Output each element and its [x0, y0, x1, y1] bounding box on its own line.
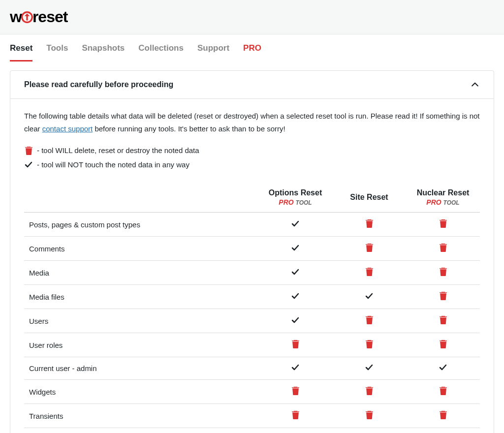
pro-tool-tag: PRO TOOL: [411, 198, 475, 206]
legend: - tool WILL delete, reset or destroy the…: [24, 144, 480, 172]
row-cell: [332, 237, 406, 261]
table-row: Media: [24, 261, 480, 285]
check-icon: [291, 220, 299, 229]
row-cell: [406, 357, 480, 380]
row-label: Comments: [24, 237, 258, 261]
row-cell: [258, 237, 332, 261]
check-icon: [291, 364, 299, 372]
check-icon: [291, 317, 299, 325]
table-row: Comments: [24, 237, 480, 261]
tab-support[interactable]: Support: [197, 43, 229, 62]
row-cell: [406, 261, 480, 285]
row-cell: [406, 428, 480, 433]
row-label: Transients: [24, 404, 258, 428]
table-row: Transients: [24, 404, 480, 428]
row-label: User roles: [24, 333, 258, 357]
trash-icon: [366, 269, 373, 278]
row-cell: [406, 309, 480, 333]
row-cell: [258, 285, 332, 309]
row-cell: [406, 380, 480, 404]
logo-arrow-icon: [21, 11, 33, 24]
row-label: Media files: [24, 285, 258, 309]
row-cell: [332, 213, 406, 237]
check-icon: [291, 245, 299, 253]
trash-icon: [24, 147, 33, 155]
row-cell: [406, 285, 480, 309]
check-icon: [24, 161, 33, 168]
row-cell: [406, 333, 480, 357]
row-cell: [332, 357, 406, 380]
intro-text: The following table details what data wi…: [24, 110, 480, 135]
trash-icon: [366, 245, 373, 253]
trash-icon: [440, 269, 447, 278]
trash-icon: [292, 412, 299, 421]
row-cell: [258, 261, 332, 285]
tab-collections[interactable]: Collections: [138, 43, 184, 62]
contact-support-link[interactable]: contact support: [42, 124, 93, 133]
row-cell: [332, 428, 406, 433]
trash-icon: [366, 317, 373, 326]
row-cell: [332, 285, 406, 309]
table-header-row: Options ResetPRO TOOLSite ResetNuclear R…: [24, 186, 480, 213]
header-bar: wreset: [0, 0, 504, 34]
panel-title: Please read carefully before proceeding: [24, 80, 173, 89]
row-label: Widgets: [24, 380, 258, 404]
row-label: Media: [24, 261, 258, 285]
trash-icon: [366, 412, 373, 421]
row-cell: [332, 309, 406, 333]
reset-comparison-table: Options ResetPRO TOOLSite ResetNuclear R…: [24, 186, 480, 433]
tabs: Reset Tools Snapshots Collections Suppor…: [0, 34, 504, 62]
table-body: Posts, pages & custom post typesComments…: [24, 213, 480, 433]
table-row: Media files: [24, 285, 480, 309]
row-cell: [406, 237, 480, 261]
row-label: Posts, pages & custom post types: [24, 213, 258, 237]
trash-icon: [366, 388, 373, 397]
table-header-col-0: Options ResetPRO TOOL: [258, 186, 332, 213]
row-label: Users: [24, 309, 258, 333]
row-cell: [258, 213, 332, 237]
trash-icon: [440, 412, 447, 421]
table-row: Widgets: [24, 380, 480, 404]
trash-icon: [440, 293, 447, 302]
trash-icon: [440, 221, 447, 229]
check-icon: [291, 269, 299, 277]
row-label: Current user - admin: [24, 357, 258, 380]
trash-icon: [440, 341, 447, 350]
pro-tool-tag: PRO TOOL: [263, 198, 327, 206]
row-cell: [332, 404, 406, 428]
row-cell: [258, 333, 332, 357]
logo: wreset: [10, 8, 67, 26]
row-cell: [258, 428, 332, 433]
table-header-empty: [24, 186, 258, 213]
table-row: User roles: [24, 333, 480, 357]
trash-icon: [292, 341, 299, 350]
trash-icon: [292, 388, 299, 397]
legend-delete: - tool WILL delete, reset or destroy the…: [24, 144, 480, 158]
table-row: Current user - admin: [24, 357, 480, 380]
tab-tools[interactable]: Tools: [46, 43, 68, 62]
row-label: Settings & options (from WP, plugins & t…: [24, 428, 258, 433]
row-cell: [258, 309, 332, 333]
table-row: Posts, pages & custom post types: [24, 213, 480, 237]
tab-pro[interactable]: PRO: [243, 43, 261, 62]
table-row: Settings & options (from WP, plugins & t…: [24, 428, 480, 433]
panel-body: The following table details what data wi…: [10, 99, 494, 433]
trash-icon: [440, 388, 447, 397]
row-cell: [258, 357, 332, 380]
tab-snapshots[interactable]: Snapshots: [82, 43, 125, 62]
tab-reset[interactable]: Reset: [10, 43, 32, 62]
chevron-up-icon: [470, 80, 480, 90]
table-header-col-1: Site Reset: [332, 186, 406, 213]
row-cell: [332, 261, 406, 285]
row-cell: [406, 404, 480, 428]
legend-keep: - tool will NOT touch the noted data in …: [24, 158, 480, 172]
row-cell: [258, 404, 332, 428]
row-cell: [332, 333, 406, 357]
trash-icon: [440, 317, 447, 326]
panel-header[interactable]: Please read carefully before proceeding: [10, 71, 494, 99]
check-icon: [439, 364, 447, 372]
row-cell: [332, 380, 406, 404]
table-row: Users: [24, 309, 480, 333]
check-icon: [291, 293, 299, 301]
check-icon: [365, 293, 373, 301]
